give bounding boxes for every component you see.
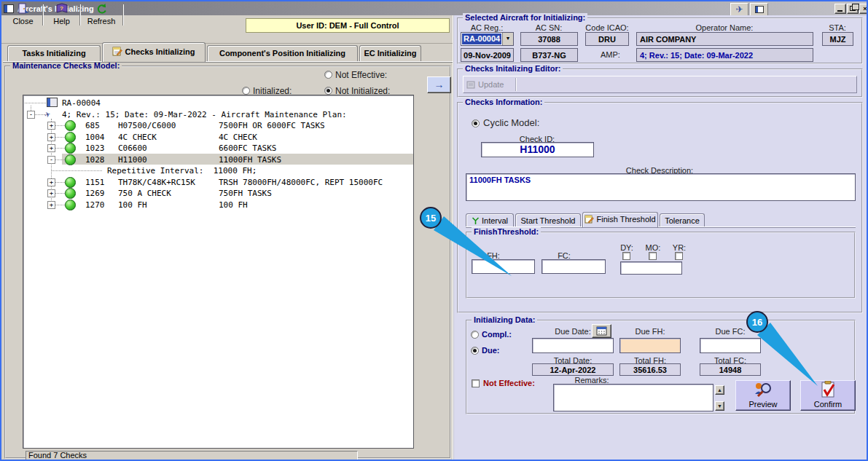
mo-checkbox[interactable]: [649, 252, 657, 260]
check-name: H07500/C6000: [118, 121, 176, 130]
tree-guide: [51, 170, 102, 171]
remarks-field[interactable]: [553, 384, 713, 411]
tab-tolerance[interactable]: Tolerance: [660, 213, 705, 227]
not-effective-radio[interactable]: [324, 71, 332, 79]
tree-row-check[interactable]: + 1004 4C CHECK 4C CHECK: [23, 132, 415, 143]
yr-checkbox[interactable]: [675, 252, 683, 260]
ac-reg-combo[interactable]: RA-00004 ▼: [461, 32, 514, 46]
tab-checks-initializing[interactable]: Checks Initializing: [102, 42, 206, 62]
check-id-field[interactable]: H11000: [481, 142, 594, 157]
refresh-button-label: Refresh: [82, 17, 120, 25]
restore-button[interactable]: [847, 4, 859, 14]
help-button[interactable]: ? Help: [45, 3, 78, 28]
close-window-button[interactable]: ×: [859, 4, 868, 14]
expand-toggle[interactable]: +: [47, 144, 55, 152]
threshold-date-field[interactable]: [620, 261, 682, 275]
check-code: 1023: [85, 143, 105, 153]
check-code: 1004: [85, 133, 105, 142]
collapse-toggle[interactable]: -: [47, 156, 55, 164]
fc-field[interactable]: [541, 259, 606, 274]
preview-magnifier-icon: [752, 381, 774, 398]
tab-interval[interactable]: Interval: [466, 213, 514, 227]
toolbar-separator: [79, 4, 81, 25]
due-radio-label: Due:: [482, 346, 499, 355]
aircrafts-initializing-window: Aircraft's Initializing ✈ × Close ? Help: [0, 0, 868, 461]
code-icao-value: DRU: [585, 32, 629, 46]
expand-toggle[interactable]: +: [47, 178, 55, 186]
tab-components-position[interactable]: Component's Position Initializing: [207, 45, 358, 61]
check-desc: TRSH 78000FH/48000FC, REPT 15000FC: [219, 178, 383, 187]
tree-guide: [35, 114, 44, 115]
initialized-radio[interactable]: [242, 87, 250, 95]
status-bar: Found 7 Checks: [26, 451, 358, 460]
tab-ec-initializing[interactable]: EC Initializing: [359, 45, 421, 61]
manufacture-date-value: 09-Nov-2009: [461, 48, 514, 62]
chevron-down-icon[interactable]: ▼: [502, 33, 513, 45]
tab-tasks-initializing[interactable]: Tasks Initializing: [7, 45, 101, 61]
compl-radio[interactable]: [471, 331, 479, 339]
tree-guide: [55, 193, 65, 194]
tab-finish-threshold[interactable]: Finish Threshold: [582, 212, 658, 227]
due-fh-field[interactable]: [619, 338, 681, 353]
tree-row-check[interactable]: + 685 H07500/C6000 7500FH OR 6000FC TASK…: [23, 120, 415, 131]
not-initialized-radio[interactable]: [324, 87, 332, 95]
cyclic-model-radio[interactable]: [472, 119, 480, 127]
check-name: H11000: [118, 155, 147, 165]
operator-name-label: Operator Name:: [681, 23, 768, 32]
close-button[interactable]: Close: [6, 3, 40, 28]
update-button[interactable]: Update: [466, 78, 513, 91]
collapse-toggle[interactable]: -: [27, 111, 35, 119]
check-code: 685: [85, 121, 100, 130]
tree-row-check-selected[interactable]: - 1028 H11000 11000FH TASKS: [23, 154, 415, 165]
aircraft-tool-button[interactable]: ✈: [730, 3, 748, 16]
not-effective-checkbox-label: Not Effective:: [483, 379, 535, 387]
not-effective-checkbox[interactable]: [472, 379, 480, 387]
tree-root-label: RA-00004: [62, 98, 101, 108]
selected-aircraft-title: Selected Aircraft for Initializing:: [463, 13, 587, 22]
preview-button[interactable]: Preview: [735, 380, 791, 411]
expand-toggle[interactable]: +: [47, 122, 55, 130]
remarks-scroll-up[interactable]: ▲: [715, 385, 724, 395]
plane-icon: ✈: [735, 4, 743, 15]
tree-row-check[interactable]: + 1270 100 FH 100 FH: [23, 200, 415, 210]
finish-threshold-title: FinishThreshold:: [472, 227, 541, 236]
check-status-orb-icon: [65, 132, 76, 143]
tree-row-root[interactable]: RA-00004: [23, 98, 415, 109]
check-status-orb-icon: [65, 177, 76, 188]
form-tool-button[interactable]: [750, 3, 768, 16]
minimize-icon: [837, 10, 842, 12]
total-fc-value: 14948: [700, 363, 761, 376]
notepad-pencil-icon: [112, 47, 122, 56]
expand-toggle[interactable]: +: [47, 189, 55, 197]
check-description-field[interactable]: 11000FH TASKS: [466, 173, 856, 201]
refresh-button[interactable]: Refresh: [82, 3, 120, 28]
expand-toggle[interactable]: +: [47, 201, 55, 209]
calendar-icon: [596, 326, 607, 336]
due-date-field[interactable]: [532, 338, 614, 353]
close-button-label: Close: [6, 17, 40, 25]
tree-row-plan[interactable]: - ✈ 4; Rev.: 15; Date: 09-Mar-2022 - Air…: [23, 109, 415, 120]
tree-row-check[interactable]: + 1023 C06600 6600FC TASKS: [23, 143, 415, 154]
due-radio[interactable]: [471, 347, 479, 355]
tree-row-check[interactable]: + 1151 TH78K/C48K+RC15K TRSH 78000FH/480…: [23, 177, 415, 188]
code-icao-label: Code ICAO:: [582, 23, 633, 32]
calendar-button[interactable]: [592, 324, 611, 338]
checks-tree[interactable]: RA-00004 - ✈ 4; Rev.: 15; Date: 09-Mar-2…: [23, 95, 414, 449]
expand-toggle[interactable]: +: [47, 133, 55, 141]
dy-checkbox[interactable]: [622, 252, 630, 260]
tree-guide: [55, 159, 65, 160]
total-fh-value: 35616.53: [619, 363, 681, 376]
remarks-scroll-down[interactable]: ▼: [715, 401, 724, 411]
tree-guide: [55, 125, 65, 126]
tree-row-detail: Repetitive Interval: 11000 FH;: [23, 165, 415, 176]
due-fc-field[interactable]: [700, 338, 761, 353]
door-exit-icon: [17, 3, 30, 15]
fh-field[interactable]: [472, 259, 535, 274]
restore-icon: [850, 6, 856, 11]
tab-start-threshold[interactable]: Start Threshold: [515, 213, 581, 227]
preview-button-label: Preview: [736, 400, 790, 409]
minimize-button[interactable]: [834, 4, 846, 14]
tree-row-check[interactable]: + 1269 750 A CHECK 750FH TASKS: [23, 188, 415, 199]
move-to-editor-button[interactable]: →: [427, 76, 451, 93]
confirm-button[interactable]: Confirm: [800, 380, 856, 411]
